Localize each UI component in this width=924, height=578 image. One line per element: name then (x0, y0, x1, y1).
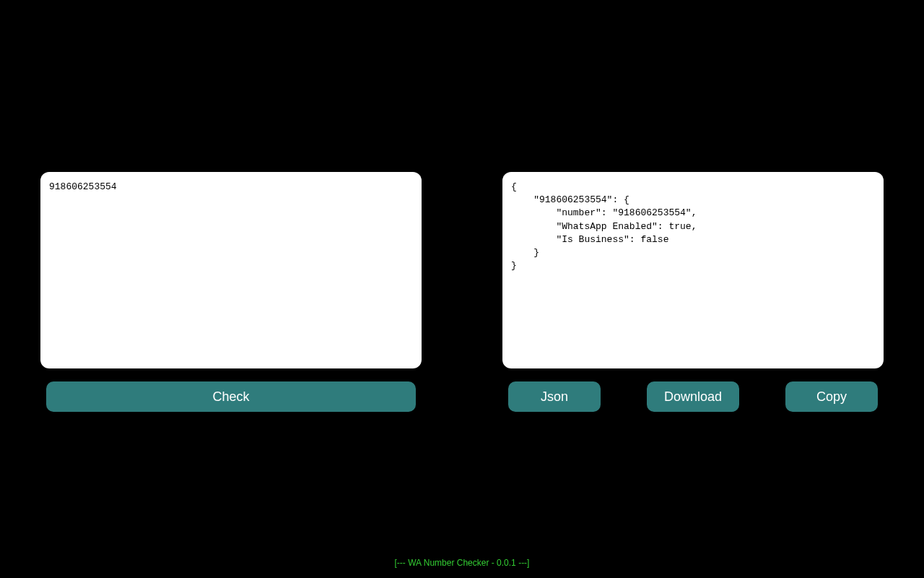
json-button[interactable]: Json (508, 381, 601, 412)
copy-button[interactable]: Copy (785, 381, 878, 412)
output-display[interactable]: { "918606253554": { "number": "918606253… (502, 172, 884, 368)
output-panel: { "918606253554": { "number": "918606253… (502, 172, 884, 412)
output-button-row: Json Download Copy (502, 381, 884, 412)
check-button-row: Check (40, 381, 422, 412)
input-panel: Check (40, 172, 422, 412)
number-input[interactable] (40, 172, 422, 368)
check-button[interactable]: Check (46, 381, 416, 412)
footer-version: [--- WA Number Checker - 0.0.1 ---] (0, 558, 924, 568)
main-container: Check { "918606253554": { "number": "918… (0, 0, 924, 412)
download-button[interactable]: Download (647, 381, 739, 412)
